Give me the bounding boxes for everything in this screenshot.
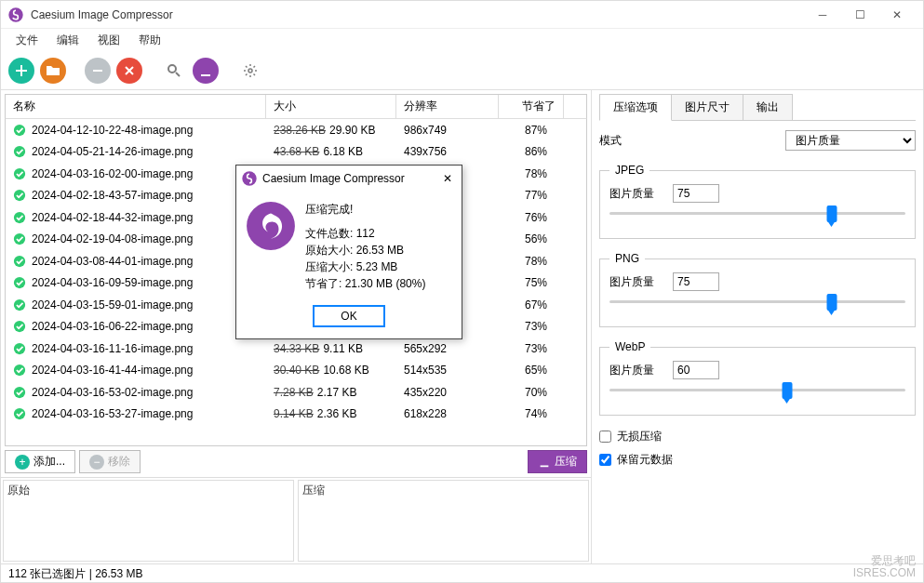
webp-quality-label: 图片质量 <box>609 363 665 378</box>
jpeg-quality-input[interactable] <box>673 184 719 203</box>
lossless-label: 无损压缩 <box>617 429 662 444</box>
preview-compressed-label: 压缩 <box>299 481 588 500</box>
dialog-app-icon <box>242 171 257 186</box>
svg-point-13 <box>14 343 25 354</box>
toolbar-add-button[interactable] <box>8 58 34 84</box>
svg-point-18 <box>247 202 295 250</box>
add-button-label: 添加... <box>33 454 65 470</box>
tab-size[interactable]: 图片尺寸 <box>671 94 743 120</box>
png-quality-slider[interactable] <box>609 291 905 313</box>
mode-select[interactable]: 图片质量 <box>785 130 916 151</box>
png-quality-label: 图片质量 <box>609 274 665 290</box>
webp-legend: WebP <box>609 340 650 353</box>
titlebar: Caesium Image Compressor ─ ☐ ✕ <box>1 1 923 29</box>
png-group: PNG 图片质量 <box>599 252 916 327</box>
svg-point-4 <box>14 146 25 157</box>
keep-meta-checkbox[interactable] <box>599 454 611 466</box>
add-button[interactable]: + 添加... <box>5 450 75 473</box>
dialog-title: Caesium Image Compressor <box>262 172 434 185</box>
col-header-resolution[interactable]: 分辨率 <box>396 95 499 118</box>
toolbar-search-button[interactable] <box>161 58 187 84</box>
compress-button[interactable]: 压缩 <box>528 450 587 473</box>
table-row[interactable]: 2024-04-03-16-53-02-image.png7.28 KB2.17… <box>6 381 586 404</box>
right-panel: 压缩选项 图片尺寸 输出 模式 图片质量 JPEG 图片质量 PNG 图片质量 <box>592 90 923 563</box>
svg-point-3 <box>14 125 25 136</box>
remove-button[interactable]: − 移除 <box>79 450 141 473</box>
window-title: Caesium Image Compressor <box>31 8 804 21</box>
preview-original-label: 原始 <box>4 481 293 500</box>
minimize-button[interactable]: ─ <box>804 2 841 28</box>
svg-point-15 <box>14 387 25 398</box>
tab-compress[interactable]: 压缩选项 <box>599 94 672 121</box>
svg-point-2 <box>248 69 252 73</box>
toolbar-settings-button[interactable] <box>237 58 263 84</box>
jpeg-quality-slider[interactable] <box>609 203 905 225</box>
svg-point-8 <box>14 233 25 245</box>
table-row[interactable]: 2024-04-03-16-11-16-image.png34.33 KB9.1… <box>6 338 586 360</box>
preview-row: 原始 压缩 <box>1 477 591 563</box>
menu-file[interactable]: 文件 <box>7 29 47 52</box>
jpeg-group: JPEG 图片质量 <box>599 164 916 239</box>
svg-point-7 <box>14 212 25 223</box>
toolbar-folder-button[interactable] <box>40 58 66 84</box>
svg-point-11 <box>14 299 25 311</box>
statusbar: 112 张已选图片 | 26.53 MB <box>1 563 923 583</box>
close-button[interactable]: ✕ <box>878 2 916 28</box>
webp-quality-input[interactable] <box>673 361 719 379</box>
app-icon <box>8 7 23 22</box>
toolbar-compress-button[interactable] <box>193 58 219 84</box>
jpeg-quality-label: 图片质量 <box>609 186 665 202</box>
svg-point-5 <box>14 168 25 179</box>
png-quality-input[interactable] <box>673 272 719 291</box>
tab-output[interactable]: 输出 <box>743 94 793 120</box>
table-row[interactable]: 2024-04-03-16-53-27-image.png9.14 KB2.36… <box>6 404 586 426</box>
keep-meta-label: 保留元数据 <box>617 452 673 468</box>
lossless-checkbox[interactable] <box>599 431 611 443</box>
table-row[interactable]: 2024-04-12-10-22-48-image.png238.26 KB29… <box>6 119 586 141</box>
remove-button-label: 移除 <box>108 454 130 470</box>
webp-quality-slider[interactable] <box>609 379 905 402</box>
table-header: 名称 大小 分辨率 节省了 <box>5 94 587 119</box>
menubar: 文件 编辑 视图 帮助 <box>1 29 923 51</box>
menu-edit[interactable]: 编辑 <box>47 29 88 52</box>
svg-point-6 <box>14 190 25 201</box>
svg-point-10 <box>14 277 25 288</box>
jpeg-legend: JPEG <box>609 164 649 177</box>
svg-point-12 <box>14 321 25 332</box>
menu-help[interactable]: 帮助 <box>129 29 170 52</box>
tabs: 压缩选项 图片尺寸 输出 <box>599 94 916 121</box>
toolbar-remove-button[interactable] <box>85 58 111 84</box>
completion-dialog: Caesium Image Compressor ✕ 压缩完成! 文件总数: 1… <box>235 165 462 339</box>
toolbar <box>1 51 923 90</box>
watermark: 爱思考吧ISRES.COM <box>853 555 916 579</box>
png-legend: PNG <box>609 252 645 265</box>
mode-label: 模式 <box>599 133 785 149</box>
table-row[interactable]: 2024-04-05-21-14-26-image.png43.68 KB6.1… <box>6 141 586 164</box>
menu-view[interactable]: 视图 <box>88 29 129 52</box>
action-row: + 添加... − 移除 压缩 <box>1 446 591 477</box>
svg-point-1 <box>168 65 176 73</box>
status-text: 112 张已选图片 | 26.53 MB <box>8 566 143 582</box>
svg-point-16 <box>14 408 25 419</box>
dialog-logo-icon <box>246 201 296 251</box>
dialog-ok-button[interactable]: OK <box>313 305 384 327</box>
col-header-saved[interactable]: 节省了 <box>499 95 564 118</box>
svg-point-14 <box>14 364 25 376</box>
col-header-name[interactable]: 名称 <box>6 95 266 118</box>
toolbar-delete-button[interactable] <box>116 58 142 84</box>
dialog-heading: 压缩完成! <box>305 201 425 218</box>
compress-button-label: 压缩 <box>555 454 577 470</box>
preview-compressed: 压缩 <box>298 480 589 562</box>
preview-original: 原始 <box>3 480 294 562</box>
dialog-close-icon[interactable]: ✕ <box>439 172 456 185</box>
webp-group: WebP 图片质量 <box>599 340 916 416</box>
table-row[interactable]: 2024-04-03-16-41-44-image.png30.40 KB10.… <box>6 360 586 382</box>
svg-point-9 <box>14 256 25 267</box>
dialog-text: 压缩完成! 文件总数: 112 原始大小: 26.53 MB 压缩大小: 5.2… <box>305 201 425 292</box>
col-header-size[interactable]: 大小 <box>266 95 396 118</box>
maximize-button[interactable]: ☐ <box>841 2 878 28</box>
